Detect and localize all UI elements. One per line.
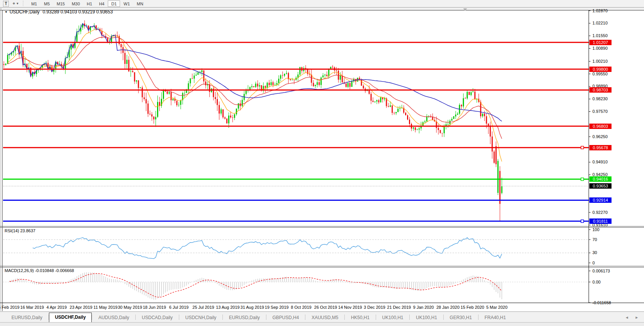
price-tick: 1.01550 [592,33,627,38]
price-line-badge: 0.98703 [589,87,612,93]
chart-ohlc: 0.93289 0.94103 0.93219 0.93653 [43,9,113,15]
chart-plot-area[interactable] [0,0,644,326]
rsi-tick: 0 [592,261,627,266]
price-tick: 0.97570 [592,109,627,114]
rsi-label: RSI(14) 23.8637 [5,228,36,233]
macd-pane [10,272,502,300]
date-label: 25 Jul 2019 [193,305,214,310]
chart-title: ▼USDCHF,Daily0.93289 0.94103 0.93219 0.9… [5,9,113,15]
macd-label: MACD(12,26,9) -0.010848 -0.006668 [5,268,74,273]
ma-fast-line [8,29,502,161]
price-tick: 1.00890 [592,46,627,51]
price-line-badge: 0.96803 [589,124,612,129]
date-label: 30 May 2019 [118,305,142,310]
date-label: 3 Dec 2019 [364,305,385,310]
price-line-badge: 0.95678 [589,145,612,150]
ma-mid-line [8,37,502,139]
date-label: 14 Nov 2019 [338,305,362,310]
date-label: 19 Sep 2019 [265,305,289,310]
date-label: 8 Oct 2019 [291,305,311,310]
rsi-tick: 100 [592,227,627,232]
date-label: 28 Jan 2020 [436,305,460,310]
current-price-badge: 0.93653 [589,183,612,189]
date-label: 6 Jul 2019 [169,305,189,310]
price-tick: 1.02210 [592,21,627,26]
date-label: 5 Mar 2020 [486,305,508,310]
candles-down [3,24,501,204]
date-label: 26 Oct 2019 [314,305,337,310]
chart-shift-marker-icon[interactable] [463,8,467,11]
date-label: 21 Dec 2019 [387,305,411,310]
candles-up-wicks [6,23,502,195]
date-label: 31 Aug 2019 [240,305,264,310]
date-label: 26 Feb 2019 [0,305,19,310]
macd-tick: -0.011658 [592,300,627,305]
price-line-badge: 0.92914 [589,197,612,203]
line-handle-0.91811[interactable] [581,220,584,223]
date-label: 4 Apr 2019 [46,305,67,310]
ma-slow-line [8,24,502,121]
date-label: 9 Jan 2020 [413,305,434,310]
candles-up [5,24,503,193]
chart-symbol: USDCHF,Daily [10,9,40,15]
date-label: 11 May 2019 [94,305,118,310]
price-tick: 0.96250 [592,134,627,139]
date-label: 15 Feb 2020 [461,305,484,310]
chart-dropdown-icon[interactable]: ▼ [5,10,8,14]
main-pane [3,20,503,221]
date-label: 18 Jun 2019 [143,305,166,310]
price-tick: 0.92270 [592,210,627,215]
terminal-window: T ⌖ ▼ M1M5M15M30H1H4D1W1MN ▼USDCHF,Daily… [0,0,644,326]
price-tick: 0.99550 [592,72,627,77]
price-tick: 0.94910 [592,160,627,165]
rsi-tick: 70 [592,237,627,242]
price-tick: 1.02870 [592,8,627,13]
macd-tick: 0.006173 [592,269,627,274]
price-line-badge: 0.99800 [589,67,612,72]
date-label: 16 Mar 2019 [20,305,44,310]
date-label: 23 Apr 2019 [70,305,92,310]
date-label: 13 Aug 2019 [216,305,240,310]
rsi-line [33,238,502,259]
price-tick: 1.00210 [592,59,627,64]
macd-tick: 0.00 [592,280,627,285]
line-handle-0.95678[interactable] [581,146,584,149]
line-handle-0.94016[interactable] [581,178,584,181]
macd-signal-line [10,274,502,297]
price-line-badge: 1.01207 [589,40,612,45]
candles-down-wicks [4,20,500,221]
price-tick: 0.98230 [592,96,627,101]
price-line-badge: 0.94016 [589,176,612,182]
price-line-badge: 0.91811 [589,218,612,224]
rsi-pane [33,238,502,259]
rsi-tick: 30 [592,250,627,255]
